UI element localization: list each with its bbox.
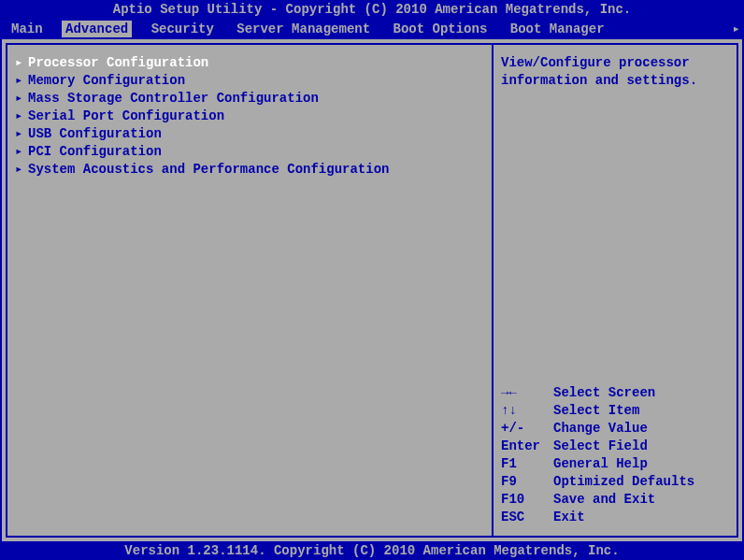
help-panel: View/Configure processor information and…	[492, 43, 738, 538]
key-action: Change Value	[553, 420, 648, 438]
key-label: F9	[501, 473, 553, 491]
submenu-arrow-icon: ▸	[15, 161, 28, 179]
menu-item-system-acoustics-config[interactable]: ▸System Acoustics and Performance Config…	[15, 161, 484, 179]
submenu-arrow-icon: ▸	[15, 72, 28, 90]
tab-security[interactable]: Security	[148, 21, 218, 37]
tab-boot-options[interactable]: Boot Options	[390, 21, 492, 37]
tab-main[interactable]: Main	[7, 21, 47, 37]
tab-server-management[interactable]: Server Management	[233, 21, 374, 37]
menu-item-label: PCI Configuration	[28, 144, 162, 159]
menu-item-label: Processor Configuration	[28, 55, 208, 70]
key-label: Enter	[501, 438, 553, 455]
help-text-line: View/Configure processor	[501, 54, 729, 72]
key-action: Select Screen	[553, 384, 655, 402]
key-hint-row: ESC Exit	[501, 509, 729, 526]
tab-bar: Main Advanced Security Server Management…	[0, 19, 744, 39]
key-action: Select Item	[553, 402, 639, 420]
submenu-arrow-icon: ▸	[15, 54, 28, 72]
submenu-arrow-icon: ▸	[15, 90, 28, 108]
submenu-arrow-icon: ▸	[15, 108, 28, 125]
key-label: F10	[501, 491, 553, 509]
menu-item-label: System Acoustics and Performance Configu…	[28, 162, 389, 177]
menu-item-usb-config[interactable]: ▸USB Configuration	[15, 125, 484, 143]
key-hint-row: Enter Select Field	[501, 438, 729, 455]
key-hint-row: +/- Change Value	[501, 420, 729, 438]
tab-scroll-right-icon[interactable]: ▸	[733, 21, 740, 36]
tab-advanced[interactable]: Advanced	[62, 21, 132, 37]
key-action: Exit	[553, 509, 585, 526]
key-action: Optimized Defaults	[553, 473, 694, 491]
menu-item-pci-config[interactable]: ▸PCI Configuration	[15, 143, 484, 161]
key-hint-row: F10 Save and Exit	[501, 491, 729, 509]
menu-item-memory-config[interactable]: ▸Memory Configuration	[15, 72, 484, 90]
menu-item-label: Serial Port Configuration	[28, 108, 224, 123]
key-hint-row: ↑↓ Select Item	[501, 402, 729, 420]
key-label: +/-	[501, 420, 553, 438]
menu-item-serial-port-config[interactable]: ▸Serial Port Configuration	[15, 108, 484, 125]
menu-item-label: USB Configuration	[28, 126, 162, 141]
key-hint-row: →← Select Screen	[501, 384, 729, 402]
key-action: Select Field	[553, 438, 648, 455]
title-bar: Aptio Setup Utility - Copyright (C) 2010…	[0, 0, 744, 19]
menu-item-label: Mass Storage Controller Configuration	[28, 91, 319, 106]
menu-item-processor-config[interactable]: ▸Processor Configuration	[15, 54, 484, 72]
main-area: ▸Processor Configuration ▸Memory Configu…	[0, 39, 744, 541]
key-label: F1	[501, 455, 553, 473]
key-hint-row: F9 Optimized Defaults	[501, 473, 729, 491]
footer-bar: Version 1.23.1114. Copyright (C) 2010 Am…	[0, 541, 744, 560]
key-label: ↑↓	[501, 402, 553, 420]
key-hint-row: F1 General Help	[501, 455, 729, 473]
key-action: Save and Exit	[553, 491, 655, 509]
help-text: View/Configure processor information and…	[501, 54, 729, 90]
menu-item-mass-storage-config[interactable]: ▸Mass Storage Controller Configuration	[15, 90, 484, 108]
key-action: General Help	[553, 455, 648, 473]
key-label: →←	[501, 384, 553, 402]
menu-item-label: Memory Configuration	[28, 73, 185, 88]
tab-boot-manager[interactable]: Boot Manager	[507, 21, 608, 37]
submenu-arrow-icon: ▸	[15, 143, 28, 161]
help-text-line: information and settings.	[501, 72, 729, 90]
key-label: ESC	[501, 509, 553, 526]
menu-panel: ▸Processor Configuration ▸Memory Configu…	[6, 43, 492, 538]
key-hints: →← Select Screen ↑↓ Select Item +/- Chan…	[501, 384, 729, 526]
footer-text: Version 1.23.1114. Copyright (C) 2010 Am…	[124, 543, 619, 558]
title-text: Aptio Setup Utility - Copyright (C) 2010…	[113, 2, 632, 17]
submenu-arrow-icon: ▸	[15, 125, 28, 143]
